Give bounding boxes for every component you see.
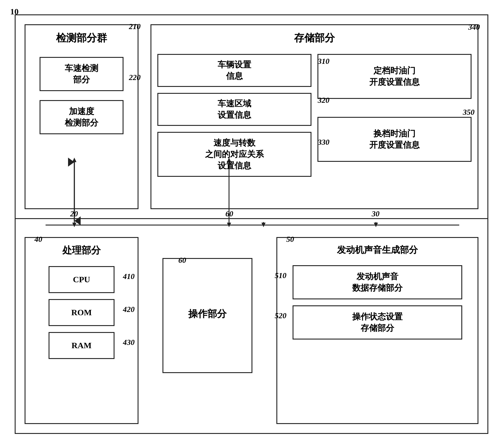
label-20: 20	[70, 209, 78, 218]
rom-box: ROM	[49, 299, 115, 326]
label-520: 520	[275, 311, 286, 320]
diagram-outer: 10	[15, 14, 488, 434]
detection-group-title: 检测部分群	[56, 31, 107, 45]
label-60b: 60	[178, 256, 186, 265]
storage-right: 定档时油门开度设置信息 换档时油门开度设置信息 350	[317, 54, 472, 177]
accel-detection-box: 加速度检测部分	[40, 100, 124, 134]
storage-inner: 车辆设置信息 310 车速区域设置信息 320 速度与转数之间的对应关系设置信息	[157, 54, 472, 177]
label-420: 420	[123, 305, 135, 314]
storage-box-5-text: 换档时油门开度设置信息	[369, 128, 420, 151]
operation-state-text: 操作状态设置存储部分	[352, 311, 403, 334]
label-430: 430	[123, 338, 135, 347]
bottom-half: 处理部分 40 CPU 410 ROM 420 RAM 430	[16, 219, 487, 433]
cpu-text: CPU	[73, 275, 90, 284]
rom-text: ROM	[71, 308, 92, 317]
processing-section: 处理部分 40 CPU 410 ROM 420 RAM 430	[25, 237, 138, 424]
storage-box-4-text: 定档时油门开度设置信息	[369, 65, 420, 88]
storage-box-3: 速度与转数之间的对应关系设置信息	[157, 132, 311, 177]
storage-box-4: 定档时油门开度设置信息	[317, 54, 472, 99]
storage-box-3-text: 速度与转数之间的对应关系设置信息	[205, 137, 264, 171]
engine-data-text: 发动机声音数据存储部分	[352, 271, 403, 294]
processing-title: 处理部分	[62, 244, 101, 257]
storage-box-5: 换档时油门开度设置信息	[317, 117, 472, 162]
top-half: 检测部分群 210 车速检测部分 220 加速度检测部分 存储部分 340 车辆…	[16, 15, 487, 219]
storage-box-2: 车速区域设置信息	[157, 93, 311, 126]
ram-text: RAM	[72, 341, 92, 350]
ram-box: RAM	[49, 332, 115, 359]
label-410: 410	[123, 272, 135, 281]
storage-box-1: 车辆设置信息	[157, 54, 311, 87]
engine-data-box: 发动机声音数据存储部分	[293, 265, 462, 299]
operation-state-box: 操作状态设置存储部分	[293, 305, 462, 340]
label-60-top: 60	[225, 209, 233, 218]
operation-section: 60 操作部分	[162, 258, 252, 373]
detection-group: 检测部分群 210 车速检测部分 220 加速度检测部分	[25, 24, 138, 209]
storage-box-2-text: 车速区域设置信息	[218, 98, 251, 121]
label-210: 210	[129, 22, 141, 31]
cpu-box: CPU	[49, 266, 115, 293]
storage-box-1-text: 车辆设置信息	[218, 59, 251, 82]
label-310: 310	[318, 57, 329, 66]
speed-detection-text: 车速检测部分	[65, 63, 98, 85]
label-220: 220	[129, 73, 141, 82]
label-510: 510	[275, 271, 286, 280]
operation-title: 操作部分	[188, 307, 227, 321]
label-320: 320	[318, 96, 329, 105]
storage-group: 存储部分 340 车辆设置信息 310 车速区域设置信息 320	[150, 24, 478, 209]
label-340: 340	[468, 23, 480, 32]
storage-group-title: 存储部分	[157, 31, 472, 45]
label-40: 40	[34, 235, 42, 244]
label-350: 350	[463, 108, 475, 117]
engine-section: 发动机声音生成部分 50 发动机声音数据存储部分 510 操作状态设置存储部分 …	[276, 237, 478, 424]
storage-left: 车辆设置信息 310 车速区域设置信息 320 速度与转数之间的对应关系设置信息	[157, 54, 311, 177]
engine-title: 发动机声音生成部分	[337, 244, 418, 256]
label-50: 50	[286, 235, 294, 244]
speed-detection-box: 车速检测部分	[40, 57, 124, 91]
accel-detection-text: 加速度检测部分	[65, 106, 98, 129]
label-30: 30	[372, 209, 379, 218]
